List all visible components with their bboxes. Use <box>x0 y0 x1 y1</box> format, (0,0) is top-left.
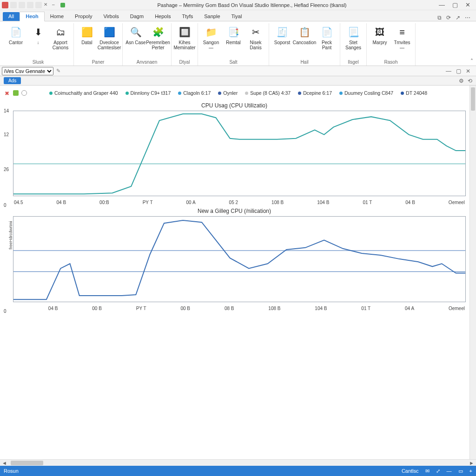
ribbon-button-icon: 📋 <box>298 25 311 39</box>
qat-green-icon[interactable] <box>60 3 65 7</box>
vertical-scroll-thumb[interactable] <box>471 87 475 111</box>
qat-x-icon[interactable]: ✕ <box>44 2 50 8</box>
overflow-icon[interactable]: ⋯ <box>465 14 470 21</box>
save-icon[interactable] <box>10 2 17 8</box>
qat-dash-icon[interactable]: – <box>52 2 59 8</box>
red-x-icon[interactable]: ✖ <box>5 90 10 96</box>
ribbon-button[interactable]: 📃Stet Sanges <box>343 23 364 59</box>
ribbon-button-icon: ✂ <box>249 25 263 39</box>
mail-icon[interactable]: ✉ <box>425 468 430 474</box>
doc-minimize-button[interactable]: — <box>446 68 451 74</box>
wand-icon[interactable]: ✎ <box>56 68 60 74</box>
qat-icon[interactable] <box>35 2 42 8</box>
ribbon-button[interactable]: 🖼Marpry <box>370 23 390 59</box>
legend-item[interactable]: Clagoln 6:17 <box>178 90 211 96</box>
ribbon-group-label: Salt <box>201 59 266 66</box>
x-tick-label: 04 B <box>56 200 66 205</box>
ribbon-button-label: Datal <box>81 40 92 50</box>
ribbon-button[interactable]: 📄Peck Pant <box>317 23 337 59</box>
content-area: ✖ Coimuchaitly and Graper 440Dinnlony C9… <box>0 86 476 459</box>
hscroll-left-arrow[interactable]: ◄ <box>0 460 9 466</box>
legend-item[interactable]: Coimuchaitly and Graper 440 <box>49 90 118 96</box>
ribbon-button[interactable]: 🔍Asn Case <box>126 23 146 59</box>
view-dropdown[interactable]: iVes Csv Gennate <box>2 67 53 75</box>
ribbon-button[interactable]: 📁Sangon — <box>201 23 221 59</box>
refresh-icon[interactable]: ⟲ <box>468 78 472 84</box>
tab-sanple[interactable]: Sanple <box>198 12 225 21</box>
legend-item[interactable]: DT 24048 <box>401 90 427 96</box>
green-square-icon[interactable] <box>13 90 19 96</box>
legend-item[interactable]: Dcepine 6:17 <box>298 90 332 96</box>
ribbon-button[interactable]: 🟨Datal <box>77 23 97 59</box>
ribbon-button[interactable]: 📄Cantor <box>6 23 26 59</box>
ribbon-button[interactable]: ⬇↓ <box>28 23 48 59</box>
horizontal-scrollbar[interactable]: ◄ ► <box>0 459 476 466</box>
ribbon-button[interactable]: 🔲Kihes Meminater <box>174 23 195 59</box>
ribbon-button[interactable]: ≡Trnvites — <box>392 23 412 59</box>
x-tick-label: 00 B <box>180 306 190 311</box>
ribbon-button[interactable]: 📋Cancoation <box>294 23 315 59</box>
ribbon-button[interactable]: 🗂Apport Canons <box>50 23 71 59</box>
ribbon-button[interactable]: 📑Remtal <box>223 23 244 59</box>
tab-heoh[interactable]: Heoh <box>20 12 45 21</box>
tab-dagm[interactable]: Dagm <box>125 12 149 21</box>
undo-icon[interactable] <box>19 2 25 8</box>
x-tick-label: 08 B <box>225 306 234 311</box>
tab-tiyal[interactable]: Tiyal <box>226 12 248 21</box>
ribbon-button-icon: 🧩 <box>151 25 165 39</box>
chart2-svg <box>13 217 465 301</box>
legend-item[interactable]: Dinnlony C9+ t317 <box>126 90 171 96</box>
maximize-button[interactable]: ▢ <box>452 1 458 8</box>
legend-item[interactable]: Duumey Cosling C847 <box>339 90 393 96</box>
status-dash[interactable]: — <box>447 468 452 474</box>
ribbon-group-label: Ilsgel <box>343 59 364 66</box>
tab-ttyfs[interactable]: Ttyfs <box>176 12 198 21</box>
tab-propoly[interactable]: Propoly <box>69 12 98 21</box>
hscroll-right-arrow[interactable]: ► <box>467 460 476 466</box>
legend-swatch <box>218 92 221 95</box>
ribbon-button-label: Peremriben Perter <box>146 40 170 50</box>
vertical-scrollbar[interactable] <box>469 86 476 459</box>
legend-label: Coimuchaitly and Graper 440 <box>54 90 118 96</box>
horizontal-scroll-thumb[interactable] <box>11 461 43 465</box>
ribbon-button[interactable]: 🧾Soporst <box>272 23 292 59</box>
tab-virbols[interactable]: Virbols <box>98 12 124 21</box>
circle-icon[interactable] <box>21 90 27 96</box>
sync-icon[interactable]: ⟳ <box>446 14 451 21</box>
status-right: Cantlsc ✉ ⤢ — ▭ + <box>402 468 472 474</box>
legend-swatch <box>178 92 181 95</box>
doc-close-button[interactable]: ✕ <box>466 68 470 74</box>
collapse-ribbon-icon[interactable]: ˄ <box>470 58 473 65</box>
ribbon-button[interactable]: 🧩Peremriben Perter <box>148 23 168 59</box>
ribbon-button[interactable]: ✂Nisek Danis <box>245 23 266 59</box>
legend-item[interactable]: Supe (8 CA5) 4:37 <box>245 90 291 96</box>
status-item[interactable]: Cantlsc <box>402 468 419 474</box>
legend-item[interactable]: Oynler <box>218 90 238 96</box>
chart2-title: New a Gilleg CPU (/nilication) <box>3 208 466 214</box>
legend-swatch <box>49 92 53 95</box>
tab-home[interactable]: Home <box>45 12 69 21</box>
ribbon-button[interactable]: 🟦Dveoloce Camteslser <box>99 23 119 59</box>
expand-icon[interactable]: ⤢ <box>436 468 440 474</box>
panel-tab-ads[interactable]: Ads <box>4 77 21 84</box>
tab-hepols[interactable]: Hepols <box>149 12 176 21</box>
tab-right-icons: ⧉ ⟳ ↗ ⋯ <box>437 14 476 21</box>
redo-icon[interactable] <box>27 2 33 8</box>
legend-label: Clagoln 6:17 <box>183 90 211 96</box>
close-button[interactable]: ✕ <box>465 1 470 8</box>
doc-restore-button[interactable]: ▢ <box>456 68 461 74</box>
ribbon-button-icon: 📑 <box>226 25 240 39</box>
tab-file[interactable]: All <box>3 12 20 21</box>
ribbon-button-label: Marpry <box>372 40 387 50</box>
help-icon[interactable]: ⧉ <box>437 14 442 21</box>
share-icon[interactable]: ↗ <box>456 14 460 21</box>
chart1-box[interactable] <box>13 111 466 196</box>
ribbon-group-label: Anvsnaen <box>126 59 168 66</box>
chart2-box[interactable] <box>13 216 466 302</box>
legend-swatch <box>298 92 301 95</box>
status-view-icon[interactable]: ▭ <box>458 468 463 474</box>
status-plus[interactable]: + <box>469 468 472 474</box>
gear-icon[interactable]: ⚙ <box>459 78 464 84</box>
minimize-button[interactable]: — <box>439 1 445 8</box>
ribbon-button-icon: 🔍 <box>129 25 143 39</box>
